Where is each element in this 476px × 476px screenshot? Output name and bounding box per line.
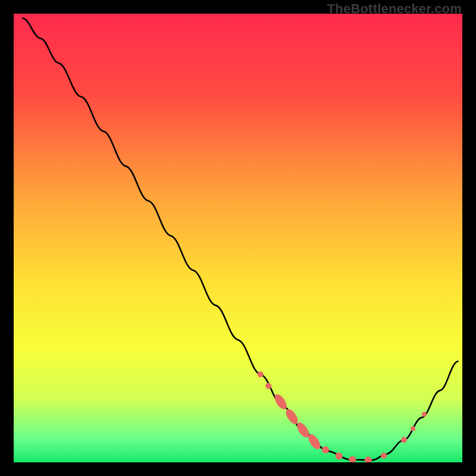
data-marker bbox=[265, 383, 271, 389]
data-marker bbox=[258, 371, 264, 377]
data-marker bbox=[336, 452, 343, 459]
chart-frame bbox=[14, 14, 462, 462]
data-marker bbox=[411, 426, 415, 431]
data-marker bbox=[422, 412, 427, 416]
data-marker bbox=[322, 446, 329, 453]
watermark-text: TheBottlenecker.com bbox=[327, 1, 462, 17]
data-marker bbox=[381, 453, 387, 459]
chart-background bbox=[14, 14, 462, 462]
data-marker bbox=[401, 437, 407, 443]
bottleneck-chart bbox=[14, 14, 462, 462]
